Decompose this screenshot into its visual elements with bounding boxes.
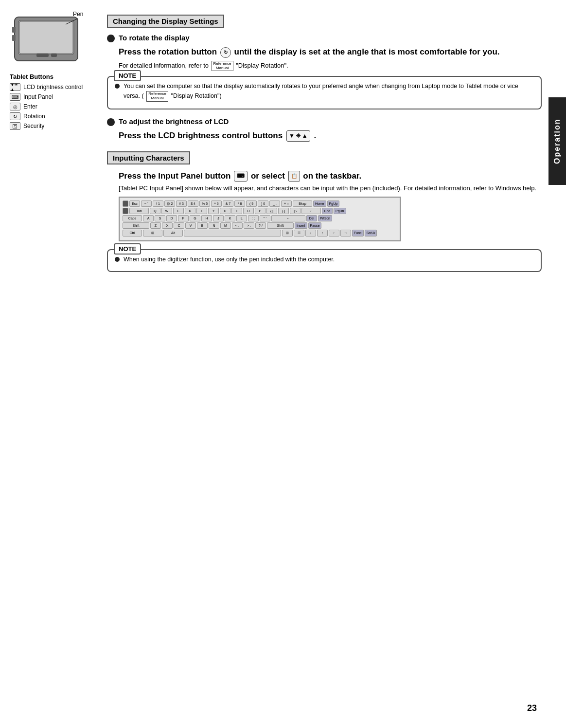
key-e: E: [173, 208, 184, 214]
svg-rect-3: [36, 54, 49, 57]
list-item: ↻ Rotation: [10, 112, 107, 120]
key-s: S: [155, 215, 165, 221]
key-9: ( 9: [246, 200, 257, 207]
key-enter-row2: ←: [301, 208, 321, 214]
left-sidebar: Pen Tablet Buttons ▼☀▲ LCD brightness co…: [10, 10, 107, 132]
page-container: Operation Pen Tablet Buttons: [0, 0, 566, 728]
key-q: Q: [150, 208, 160, 214]
key-quote: " ': [260, 215, 270, 221]
key-6: ^ 6: [211, 200, 222, 207]
key-enter: ←: [271, 215, 305, 221]
key-m: M: [220, 222, 231, 229]
keyboard-row-4: Shift Z X C V B N M < , > . ? / Shift In…: [123, 222, 397, 229]
key-plus: + =: [281, 200, 292, 207]
brightness-up-icon: ▲: [302, 132, 308, 140]
pen-label: Pen: [73, 11, 88, 18]
key-x: X: [162, 222, 173, 229]
key-bksp: Bksp: [293, 200, 312, 207]
key-semi: : ;: [248, 215, 259, 221]
brightness-icon: ▼☀▲: [10, 83, 20, 91]
keyboard-row-2: Tab Q W E R T Y U I O P { [ } ] | \ ← En…: [123, 208, 397, 214]
key-rbracket: } ]: [278, 208, 289, 214]
keyboard-container: Esc ~ ` ! 1 @ 2 # 3 $ 4 % 5 ^ 6 & 7 * 8 …: [119, 197, 401, 241]
key-w: W: [161, 208, 172, 214]
input-panel-icon: ⌨: [10, 93, 20, 101]
key-menu: ☰: [294, 230, 304, 237]
key-b: B: [197, 222, 208, 229]
key-3: # 3: [176, 200, 187, 207]
keyboard-row-3: Caps A S D F G H J K L : ; " ' ← Del Prt…: [123, 215, 397, 221]
key-r: R: [185, 208, 195, 214]
svg-rect-4: [51, 54, 57, 57]
key-n: N: [209, 222, 219, 229]
note-label: NOTE: [114, 70, 141, 81]
button-list: ▼☀▲ LCD brightness control ⌨ Input Panel…: [10, 83, 107, 130]
key-ctrl: Ctrl: [123, 230, 142, 237]
key-space2: ⊞: [282, 230, 293, 237]
tablet-image: Pen: [10, 10, 88, 68]
key-up: ↑: [317, 230, 328, 237]
main-content: Changing the Display Settings To rotate …: [107, 10, 542, 272]
rotate-title-text: To rotate the display: [119, 34, 190, 42]
key-c: C: [174, 222, 184, 229]
note-box-rotate: NOTE You can set the computer so that th…: [107, 76, 542, 109]
key-t: T: [196, 208, 207, 214]
section-header-display: Changing the Display Settings: [107, 15, 224, 28]
key-pause: Pause: [308, 222, 322, 229]
key-scrlk: ScrLk: [365, 230, 377, 237]
key-prtscn: PrtScn: [318, 215, 332, 221]
input-panel-button-icon: ⌨: [234, 171, 248, 182]
key-pgdn: PgDn: [334, 208, 346, 214]
bullet-circle-2: [107, 118, 115, 126]
key-esc: Esc: [129, 200, 140, 207]
rotate-display-section: To rotate the display Press the rotation…: [107, 34, 542, 109]
note-bullet: [115, 84, 120, 89]
security-icon: ⚿: [10, 122, 20, 130]
button-label: Security: [23, 123, 44, 129]
list-item: ◎ Enter: [10, 103, 107, 110]
key-home: Home: [313, 200, 326, 207]
key-8: * 8: [234, 200, 245, 207]
rotation-button-icon: ↻: [220, 47, 231, 58]
key-a: A: [143, 215, 154, 221]
key-alt: Alt: [163, 230, 183, 237]
button-label: Rotation: [23, 113, 45, 120]
key-p: P: [255, 208, 265, 214]
key-2: @ 2: [164, 200, 175, 207]
keyboard-row-5: Ctrl ⊞ Alt ⊞ ☰ ↓ ↑ ← → Func ScrLk: [123, 230, 397, 237]
brightness-instruction: Press the LCD brightness control buttons…: [119, 130, 542, 142]
key-j: J: [213, 215, 224, 221]
key-sidebar-2: [123, 208, 128, 214]
key-g: G: [190, 215, 200, 221]
brightness-title-text: To adjust the brightness of LCD: [119, 117, 229, 126]
key-i: I: [231, 208, 242, 214]
key-slash: ? /: [255, 222, 266, 229]
key-o: O: [243, 208, 254, 214]
note-text-bottom: When using the digitizer function, use o…: [124, 255, 335, 264]
key-caps: Caps: [123, 215, 142, 221]
key-shift-r: Shift: [267, 222, 294, 229]
rotation-icon: ↻: [10, 112, 20, 120]
key-del: Del: [306, 215, 317, 221]
key-v: V: [185, 222, 196, 229]
svg-rect-6: [12, 35, 16, 41]
button-label: Input Panel: [23, 93, 53, 100]
key-space: [184, 230, 281, 237]
svg-rect-5: [12, 27, 16, 33]
key-h: H: [201, 215, 212, 221]
key-7: & 7: [223, 200, 233, 207]
key-tab: Tab: [129, 208, 149, 214]
bullet-title-rotate: To rotate the display: [107, 34, 542, 42]
key-minus: _ -: [269, 200, 280, 207]
key-backslash: | \: [290, 208, 301, 214]
key-right: →: [340, 230, 351, 237]
inputting-instruction: Press the Input Panel button ⌨ or select…: [119, 170, 542, 182]
list-item: ⌨ Input Panel: [10, 93, 107, 101]
key-d: D: [166, 215, 177, 221]
ref-manual-icon: ReferenceManual: [212, 61, 233, 72]
key-tilde: ~ `: [141, 200, 152, 207]
brightness-sun-icon: ☀: [296, 132, 301, 140]
key-u: U: [220, 208, 230, 214]
key-z: Z: [150, 222, 161, 229]
key-k: K: [225, 215, 235, 221]
